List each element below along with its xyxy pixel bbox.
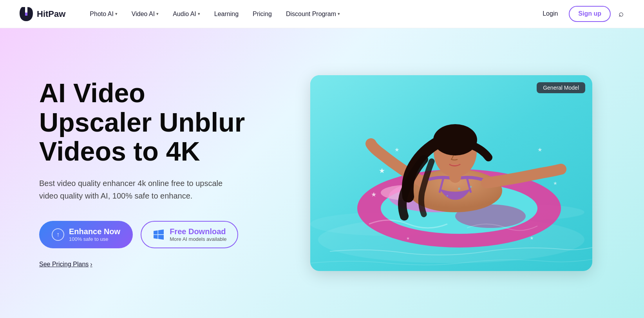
hero-content: AI Video Upscaler Unblur Videos to 4K Be…	[39, 78, 259, 268]
upload-icon: ↑	[52, 228, 64, 241]
navbar: HitPaw Photo AI ▾ Video AI ▾ Audio AI ▾ …	[0, 0, 644, 28]
chevron-down-icon: ▾	[156, 11, 159, 16]
hero-subtitle: Best video quality enhancer 4k online fr…	[39, 177, 235, 202]
enhance-now-button[interactable]: ↑ Enhance Now 100% safe to use	[39, 221, 133, 248]
svg-text:★: ★	[394, 146, 400, 153]
svg-text:★: ★	[537, 146, 543, 153]
hitpaw-logo-icon	[19, 5, 34, 23]
hero-image-area: ★ ★ ★ ★ ★ ★ ★ General Model	[290, 75, 613, 271]
svg-point-19	[470, 186, 472, 188]
hero-image: ★ ★ ★ ★ ★ ★ ★	[310, 75, 592, 271]
svg-text:★: ★	[553, 181, 557, 186]
enhance-btn-sub-label: 100% safe to use	[69, 236, 108, 242]
chevron-down-icon: ▾	[338, 11, 340, 16]
hero-title: AI Video Upscaler Unblur Videos to 4K	[39, 78, 259, 166]
signup-button[interactable]: Sign up	[569, 6, 611, 22]
svg-point-18	[447, 195, 448, 197]
nav-audio-ai[interactable]: Audio AI ▾	[167, 7, 206, 21]
free-download-button[interactable]: Free Download More AI models available	[141, 221, 238, 248]
download-btn-main-label: Free Download	[170, 227, 226, 236]
nav-photo-ai[interactable]: Photo AI ▾	[84, 7, 123, 21]
nav-discount[interactable]: Discount Program ▾	[280, 7, 346, 21]
see-pricing-link[interactable]: See Pricing Plans ›	[39, 261, 259, 268]
nav-pricing[interactable]: Pricing	[247, 7, 277, 21]
general-model-badge: General Model	[537, 82, 585, 93]
chevron-right-icon: ›	[90, 261, 92, 268]
nav-items: Photo AI ▾ Video AI ▾ Audio AI ▾ Learnin…	[84, 7, 538, 21]
nav-video-ai[interactable]: Video AI ▾	[126, 7, 164, 21]
svg-text:★: ★	[371, 191, 376, 198]
chevron-down-icon: ▾	[115, 11, 118, 16]
enhance-btn-main-label: Enhance Now	[69, 227, 120, 236]
logo[interactable]: HitPaw	[19, 5, 65, 23]
download-btn-sub-label: More AI models available	[170, 236, 226, 242]
hero-buttons: ↑ Enhance Now 100% safe to use Free Down…	[39, 221, 259, 248]
nav-learning[interactable]: Learning	[209, 7, 244, 21]
login-button[interactable]: Login	[538, 7, 563, 20]
chevron-down-icon: ▾	[198, 11, 200, 16]
hero-image-card: ★ ★ ★ ★ ★ ★ ★ General Model	[310, 75, 592, 271]
svg-text:★: ★	[530, 235, 534, 241]
svg-text:★: ★	[379, 167, 385, 175]
svg-point-17	[458, 188, 460, 190]
windows-icon	[152, 228, 165, 241]
svg-text:★: ★	[406, 236, 410, 240]
logo-text: HitPaw	[37, 9, 65, 19]
hero-section: AI Video Upscaler Unblur Videos to 4K Be…	[0, 28, 644, 318]
nav-right: Login Sign up ⌕	[538, 6, 625, 22]
svg-rect-0	[25, 13, 27, 16]
search-icon[interactable]: ⌕	[617, 7, 625, 20]
